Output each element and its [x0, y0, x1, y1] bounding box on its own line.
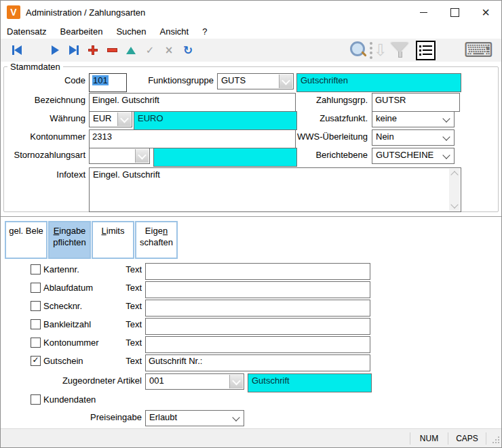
kartennr-checkbox[interactable] — [31, 264, 41, 274]
gutschein-checkbox[interactable]: ✓ — [31, 356, 41, 366]
wws-ueberleitung-label: WWS-Überleitung — [272, 131, 368, 142]
minus-icon — [107, 48, 117, 52]
next-record-button[interactable] — [45, 41, 64, 59]
ablaufdatum-checkbox[interactable] — [31, 283, 41, 293]
tab-eingabepflichten[interactable]: Eingabe pflichten — [48, 221, 91, 259]
menu-bar: Datensatz Bearbeiten Suchen Ansicht ? — [1, 24, 501, 39]
zugeordneter-artikel-combo[interactable]: 001 — [145, 373, 244, 390]
kundendaten-checkbox[interactable] — [31, 394, 41, 405]
tab-limits[interactable]: Limits — [92, 221, 134, 259]
menu-help[interactable]: ? — [195, 25, 214, 38]
funktionsgruppe-description: Gutschriften — [296, 73, 461, 92]
chevron-down-icon — [232, 376, 241, 385]
bezeichnung-input[interactable]: Eingel. Gutschrift — [89, 93, 296, 112]
zusatzfunkt-select[interactable]: keine — [372, 111, 455, 127]
close-button[interactable]: × — [470, 1, 501, 24]
funktionsgruppe-dropdown-button[interactable] — [279, 75, 292, 88]
maximize-icon — [450, 8, 459, 17]
kontonummer-input[interactable]: 2313 — [89, 129, 296, 148]
ablaufdatum-text-input[interactable] — [145, 281, 370, 298]
kontonummer-pflicht-label: Kontonummer — [43, 338, 99, 348]
list-view-button[interactable] — [412, 41, 440, 60]
gutschein-text-input[interactable]: Gutschrift Nr.: — [145, 354, 370, 371]
bankleitzahl-text-input[interactable] — [145, 318, 370, 335]
minimize-button[interactable] — [408, 1, 439, 24]
search-icon — [348, 40, 368, 60]
kontonummer-text-input[interactable] — [145, 336, 370, 353]
wws-ueberleitung-value: Nein — [376, 131, 394, 142]
infotext-textarea[interactable]: Eingel. Gutschrift — [89, 167, 461, 212]
bankleitzahl-label: Bankleitzahl — [43, 319, 91, 329]
chevron-down-icon — [232, 413, 239, 421]
stornozahlungsart-dropdown-button[interactable] — [135, 149, 149, 163]
refresh-icon: ↻ — [183, 43, 193, 57]
schecknr-text-label: Text — [102, 301, 142, 311]
caps-indicator: CAPS — [448, 432, 486, 445]
zusatzfunkt-value: keine — [376, 113, 397, 123]
schecknr-text-input[interactable] — [145, 300, 370, 317]
first-record-button[interactable] — [7, 41, 26, 59]
berichtebene-select[interactable]: GUTSCHEINE — [372, 148, 455, 164]
check-icon: ✓ — [32, 355, 39, 365]
berichtebene-value: GUTSCHEINE — [376, 150, 433, 160]
wws-ueberleitung-select[interactable]: Nein — [372, 129, 455, 146]
waehrung-combo[interactable]: EUR — [89, 111, 132, 127]
zugeordneter-artikel-value: 001 — [149, 375, 164, 386]
list-view-icon — [416, 41, 436, 60]
stornozahlungsart-combo[interactable] — [89, 148, 150, 164]
preiseingabe-select[interactable]: Erlaubt — [145, 410, 244, 426]
confirm-button[interactable]: ✓ — [140, 41, 159, 59]
tab-gel-belege[interactable]: gel. Bele — [5, 221, 47, 259]
menu-suchen[interactable]: Suchen — [109, 25, 153, 38]
cancel-button[interactable]: × — [159, 41, 178, 59]
scroll-down-icon[interactable] — [450, 201, 458, 208]
kontonummer-text-label: Text — [102, 338, 142, 348]
ablaufdatum-text-label: Text — [102, 283, 142, 293]
plus-icon — [88, 45, 98, 55]
triangle-up-icon — [126, 47, 136, 54]
refresh-button[interactable]: ↻ — [178, 41, 197, 59]
kartennr-text-input[interactable] — [145, 263, 370, 280]
funktionsgruppe-combo[interactable]: GUTS — [217, 73, 294, 89]
scroll-up-icon[interactable] — [450, 171, 458, 178]
filter-icon — [389, 41, 410, 60]
schecknr-label: Schecknr. — [43, 301, 82, 311]
kartennr-text-label: Text — [102, 264, 142, 274]
filter-button[interactable] — [387, 41, 412, 60]
schecknr-checkbox[interactable] — [31, 301, 41, 311]
bankleitzahl-checkbox[interactable] — [31, 319, 41, 329]
last-record-button[interactable] — [64, 41, 83, 59]
check-icon: ✓ — [146, 44, 155, 56]
chevron-down-icon — [120, 114, 129, 123]
num-indicator: NUM — [410, 432, 448, 445]
kartennr-label: Kartennr. — [43, 264, 79, 274]
window-title: Administration / Zahlungsarten — [26, 7, 145, 18]
preiseingabe-value: Erlaubt — [149, 412, 177, 422]
search-button[interactable] — [348, 40, 368, 60]
infotext-scrollbar[interactable] — [449, 169, 460, 211]
kontonummer-checkbox[interactable] — [31, 338, 41, 348]
kundendaten-label: Kundendaten — [43, 394, 96, 405]
berichtebene-label: Berichtebene — [272, 150, 368, 160]
menu-ansicht[interactable]: Ansicht — [153, 25, 196, 38]
add-record-button[interactable] — [83, 41, 102, 59]
delete-record-button[interactable] — [102, 41, 121, 59]
artikel-dropdown-button[interactable] — [229, 375, 243, 388]
tab-eigenschaften[interactable]: Eigen schaften — [135, 221, 178, 259]
waehrung-dropdown-button[interactable] — [117, 113, 131, 126]
keyboard-icon: ⌨ — [464, 38, 493, 62]
load-selection-button[interactable]: ⇩ — [368, 41, 387, 60]
move-up-button[interactable] — [121, 41, 140, 59]
stammdaten-legend: Stammdaten — [7, 62, 63, 72]
resize-grip[interactable] — [486, 432, 501, 445]
gutschein-text-label: Text — [102, 356, 142, 366]
bezeichnung-label: Bezeichnung — [1, 95, 85, 105]
preiseingabe-label: Preiseingabe — [28, 412, 142, 422]
menu-bearbeiten[interactable]: Bearbeiten — [54, 25, 110, 38]
stornozahlungsart-label: Stornozahlungsart — [1, 150, 85, 160]
keyboard-button[interactable]: ⌨ — [440, 40, 497, 60]
menu-datensatz[interactable]: Datensatz — [1, 25, 54, 38]
zahlungsgrp-input[interactable]: GUTSR — [372, 93, 460, 112]
next-record-icon — [52, 45, 59, 55]
maximize-button[interactable] — [439, 1, 470, 24]
